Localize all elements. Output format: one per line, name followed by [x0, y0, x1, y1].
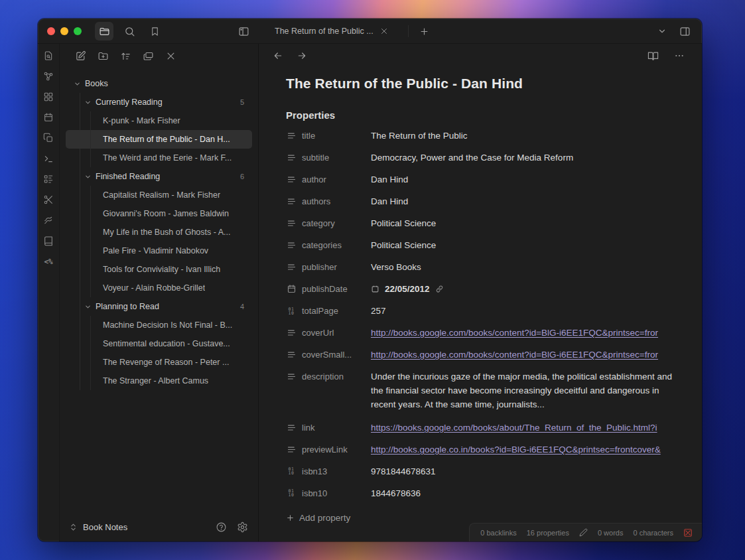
navigate-forward-button[interactable]	[295, 48, 309, 63]
tree-folder-currently-reading[interactable]: Currently Reading 5	[66, 93, 252, 111]
property-value[interactable]: 257	[371, 306, 674, 316]
settings-button[interactable]	[234, 519, 250, 535]
bookmark-icon	[150, 27, 160, 36]
property-value[interactable]: Democracy, Power and the Case for Media …	[371, 153, 674, 163]
property-key[interactable]: coverUrl	[286, 328, 371, 338]
property-key[interactable]: publisher	[286, 262, 371, 272]
tree-file[interactable]: Voyeur - Alain Robbe-Grillet	[66, 279, 252, 297]
excalidraw-icon[interactable]	[683, 528, 693, 537]
sort-order-icon[interactable]	[118, 48, 133, 63]
arrow-right-icon	[297, 50, 307, 61]
link-icon[interactable]	[435, 285, 444, 293]
date-picker-icon[interactable]	[371, 285, 379, 293]
property-value[interactable]: Political Science	[371, 240, 674, 250]
collapse-all-icon[interactable]	[163, 48, 178, 63]
vault-name[interactable]: Book Notes	[83, 522, 127, 532]
property-key[interactable]: category	[286, 218, 371, 228]
bookmarks-tab-button[interactable]	[145, 22, 164, 40]
tree-file[interactable]: K-punk - Mark Fisher	[66, 111, 252, 130]
property-value-link[interactable]: http://books.google.com/books/content?id…	[371, 350, 674, 360]
property-key[interactable]: 0110isbn10	[286, 488, 371, 498]
tree-file[interactable]: My Life in the Bush of Ghosts - A...	[66, 223, 252, 242]
tree-folder-finished-reading[interactable]: Finished Reading 6	[66, 167, 252, 186]
tab-list-button[interactable]	[653, 22, 671, 40]
property-key[interactable]: publishDate	[286, 284, 371, 294]
backlinks-count[interactable]: 0 backlinks	[480, 529, 516, 537]
vault-switcher-icon[interactable]	[69, 523, 78, 531]
property-value[interactable]: 1844678636	[371, 488, 674, 498]
tree-file[interactable]: Giovanni's Room - James Baldwin	[66, 204, 252, 223]
folder-count-badge: 6	[240, 173, 252, 180]
new-tab-button[interactable]	[415, 22, 433, 40]
property-value[interactable]: Verso Books	[371, 262, 674, 272]
property-value-link[interactable]: http://books.google.co.in/books?id=BlG-i…	[371, 445, 674, 455]
property-value-link[interactable]: https://books.google.com/books/about/The…	[371, 423, 674, 433]
book-icon[interactable]	[40, 235, 56, 247]
property-key[interactable]: categories	[286, 240, 371, 250]
property-key[interactable]: 0110totalPage	[286, 306, 371, 316]
grid-icon[interactable]	[40, 91, 56, 103]
tree-file[interactable]: Capitalist Realism - Mark Fisher	[66, 186, 252, 204]
property-value[interactable]: Dan Hind	[371, 196, 674, 206]
word-count[interactable]: 0 words	[598, 529, 624, 537]
property-value[interactable]: 9781844678631	[371, 466, 674, 476]
add-property-button[interactable]: Add property	[286, 513, 674, 523]
files-tab-button[interactable]	[95, 22, 113, 40]
tree-folder-books[interactable]: Books	[66, 74, 252, 93]
more-options-button[interactable]	[671, 48, 687, 64]
templater-icon[interactable]: <%	[40, 255, 56, 267]
tree-file[interactable]: Tools for Conviviality - Ivan Illich	[66, 260, 252, 279]
list-details-icon[interactable]	[40, 173, 56, 185]
scribble-icon[interactable]	[40, 214, 56, 226]
property-key[interactable]: 0110isbn13	[286, 466, 371, 476]
property-key[interactable]: title	[286, 131, 371, 141]
stack-icon[interactable]	[141, 48, 155, 63]
reading-mode-button[interactable]	[645, 48, 661, 64]
text-property-icon	[286, 423, 297, 433]
tree-file[interactable]: The Stranger - Albert Camus	[66, 372, 252, 390]
property-key[interactable]: author	[286, 175, 371, 184]
new-note-icon[interactable]	[73, 48, 88, 63]
property-key[interactable]: link	[286, 423, 371, 433]
note-title[interactable]: The Return of the Public - Dan Hind	[286, 76, 674, 92]
tree-file[interactable]: Machine Decision Is Not Final - B...	[66, 316, 252, 334]
file-search-icon[interactable]	[40, 50, 56, 62]
character-count[interactable]: 0 characters	[633, 529, 673, 537]
close-window-button[interactable]	[47, 27, 55, 35]
tree-file-selected[interactable]: The Return of the Public - Dan H...	[66, 130, 252, 149]
pencil-icon[interactable]	[579, 528, 588, 537]
property-value[interactable]: The Return of the Public	[371, 131, 674, 141]
toggle-left-sidebar-button[interactable]	[234, 22, 253, 40]
copy-icon[interactable]	[40, 132, 56, 144]
scissors-icon[interactable]	[40, 194, 56, 206]
property-value[interactable]: Dan Hind	[371, 175, 674, 184]
property-key[interactable]: subtitle	[286, 153, 371, 163]
tab-return-of-the-public[interactable]: The Return of the Public ...	[268, 19, 395, 44]
tree-folder-planning-to-read[interactable]: Planning to Read 4	[66, 297, 252, 316]
tree-file[interactable]: Pale Fire - Vladimir Nabokov	[66, 242, 252, 260]
calendar-icon[interactable]	[40, 111, 56, 123]
search-tab-button[interactable]	[120, 22, 139, 40]
graph-icon[interactable]	[40, 70, 56, 82]
property-value[interactable]: Political Science	[371, 218, 674, 228]
tree-file[interactable]: Sentimental education - Gustave...	[66, 334, 252, 353]
property-value[interactable]: 22/05/2012	[371, 284, 674, 294]
help-button[interactable]	[213, 519, 229, 535]
tree-file[interactable]: The Revenge of Reason - Peter ...	[66, 353, 252, 372]
tree-file[interactable]: The Weird and the Eerie - Mark F...	[66, 149, 252, 167]
toggle-right-sidebar-button[interactable]	[675, 22, 694, 40]
property-key[interactable]: description	[286, 366, 371, 382]
minimize-window-button[interactable]	[60, 27, 68, 35]
properties-count[interactable]: 16 properties	[527, 529, 569, 537]
date-text[interactable]: 22/05/2012	[385, 284, 430, 294]
property-key[interactable]: authors	[286, 196, 371, 206]
navigate-back-button[interactable]	[271, 48, 285, 63]
zoom-window-button[interactable]	[74, 27, 82, 35]
property-key[interactable]: coverSmall...	[286, 350, 371, 360]
property-value[interactable]: Under the incurious gaze of the major me…	[371, 366, 674, 417]
terminal-icon[interactable]	[40, 153, 56, 165]
tab-close-icon[interactable]	[380, 27, 388, 35]
property-value-link[interactable]: http://books.google.com/books/content?id…	[371, 328, 674, 338]
property-key[interactable]: previewLink	[286, 445, 371, 455]
new-folder-icon[interactable]	[96, 48, 110, 63]
